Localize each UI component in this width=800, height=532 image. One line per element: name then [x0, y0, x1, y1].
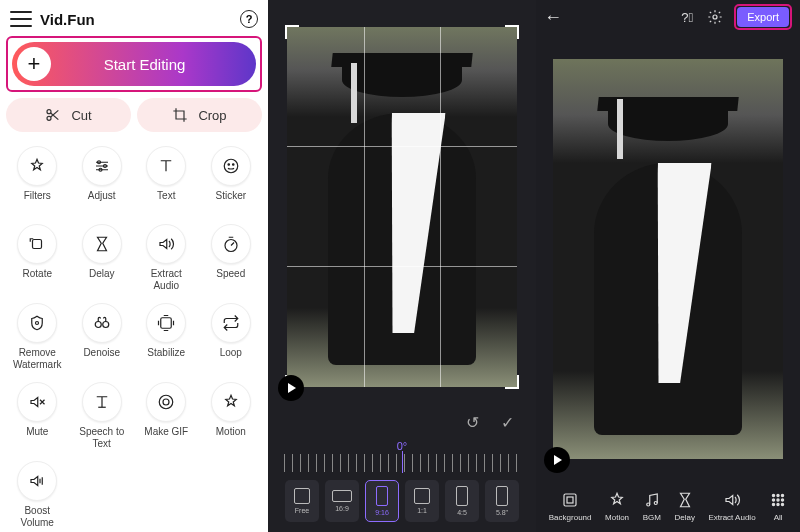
crop-frame[interactable]	[287, 27, 517, 387]
crop-handle-tl[interactable]	[285, 25, 299, 39]
svg-point-24	[773, 499, 775, 501]
aspect-16-9[interactable]: 16:9	[325, 480, 359, 522]
remove-watermark-icon	[17, 303, 57, 343]
tool-label: Denoise	[83, 347, 120, 369]
editor-tool-background[interactable]: Background	[549, 491, 592, 522]
start-editing-label: Start Editing	[51, 56, 256, 73]
menu-icon[interactable]	[10, 11, 32, 27]
confirm-icon[interactable]: ✓	[501, 413, 514, 432]
crop-button[interactable]: Crop	[137, 98, 262, 132]
rotate-icon	[17, 224, 57, 264]
rotation-ruler[interactable]	[284, 454, 520, 472]
svg-point-5	[224, 159, 238, 173]
start-editing-highlight: + Start Editing	[6, 36, 262, 92]
tool-label: Stabilize	[147, 347, 185, 369]
tool-denoise[interactable]: Denoise	[71, 299, 134, 374]
crop-handle-tr[interactable]	[505, 25, 519, 39]
aspect-apple[interactable]: 5.8"	[485, 480, 519, 522]
crop-handle-br[interactable]	[505, 375, 519, 389]
aspect-1-1[interactable]: 1:1	[405, 480, 439, 522]
scissors-icon	[45, 107, 61, 123]
tool-label: Speech toText	[79, 426, 124, 449]
tool-adjust[interactable]: Adjust	[71, 142, 134, 216]
tool-speed[interactable]: Speed	[200, 220, 263, 295]
tool-label: Rotate	[23, 268, 52, 290]
left-panel: Vid.Fun ? + Start Editing Cut Crop Filte…	[0, 0, 268, 532]
tool-boost-volume[interactable]: BoostVolume	[6, 457, 69, 532]
aspect-tiktok[interactable]: 9:16	[365, 480, 399, 522]
aspect-shape	[376, 486, 388, 506]
svg-point-11	[95, 322, 101, 328]
svg-point-0	[47, 110, 51, 114]
plus-icon: +	[17, 47, 51, 81]
aspect-shape	[332, 490, 352, 502]
tool-label: RemoveWatermark	[13, 347, 62, 370]
tool-mute[interactable]: Mute	[6, 378, 69, 453]
svg-point-7	[232, 164, 234, 166]
tool-label: Speed	[216, 268, 245, 290]
help-icon[interactable]: ?⃝	[678, 8, 696, 26]
tool-make-gif[interactable]: Make GIF	[135, 378, 198, 453]
tool-delay[interactable]: Delay	[71, 220, 134, 295]
svg-rect-8	[33, 240, 42, 249]
tool-speech-to-text[interactable]: Speech toText	[71, 378, 134, 453]
tool-label: BoostVolume	[21, 505, 54, 528]
reset-icon[interactable]: ↺	[466, 413, 479, 432]
tool-label: Filters	[24, 190, 51, 212]
text-icon	[146, 146, 186, 186]
cut-button[interactable]: Cut	[6, 98, 131, 132]
tool-extract-audio[interactable]: ExtractAudio	[135, 220, 198, 295]
aspect-shape	[456, 486, 468, 506]
speed-icon	[211, 224, 251, 264]
back-icon[interactable]: ←	[544, 7, 562, 28]
gear-icon[interactable]	[706, 8, 724, 26]
tool-label: Text	[157, 190, 175, 212]
editor-tool-delay[interactable]: Delay	[674, 491, 694, 522]
aspect-shape	[294, 488, 310, 504]
svg-point-29	[782, 503, 784, 505]
tool-remove-watermark[interactable]: RemoveWatermark	[6, 299, 69, 374]
editor-tool-all[interactable]: All	[769, 491, 787, 522]
editor-preview[interactable]	[536, 34, 800, 483]
speech-to-text-icon	[82, 382, 122, 422]
svg-point-19	[646, 503, 649, 506]
svg-point-25	[777, 499, 779, 501]
mute-icon	[17, 382, 57, 422]
all-icon	[769, 491, 787, 509]
delay-icon	[82, 224, 122, 264]
editor-tool-extract-audio[interactable]: Extract Audio	[708, 491, 755, 522]
crop-preview[interactable]	[272, 6, 532, 407]
preview-image	[342, 63, 462, 97]
play-button[interactable]	[278, 375, 304, 401]
tool-grid: FiltersAdjustTextStickerRotateDelayExtra…	[6, 142, 262, 532]
svg-point-23	[782, 494, 784, 496]
help-icon[interactable]: ?	[240, 10, 258, 28]
stabilize-icon	[146, 303, 186, 343]
motion-icon	[608, 491, 626, 509]
export-highlight: Export	[734, 4, 792, 30]
crop-panel: ↺ ✓ 0° Free16:99:161:14:55.8"	[268, 0, 536, 532]
filters-icon	[17, 146, 57, 186]
tool-stabilize[interactable]: Stabilize	[135, 299, 198, 374]
start-editing-button[interactable]: + Start Editing	[12, 42, 256, 86]
editor-tool-motion[interactable]: Motion	[605, 491, 629, 522]
tool-label: Loop	[220, 347, 242, 369]
svg-point-12	[103, 322, 109, 328]
extract-audio-icon	[723, 491, 741, 509]
aspect-ig[interactable]: 4:5	[445, 480, 479, 522]
aspect-free[interactable]: Free	[285, 480, 319, 522]
sticker-icon	[211, 146, 251, 186]
export-button[interactable]: Export	[737, 7, 789, 27]
tool-loop[interactable]: Loop	[200, 299, 263, 374]
svg-point-6	[228, 164, 230, 166]
tool-motion[interactable]: Motion	[200, 378, 263, 453]
tool-sticker[interactable]: Sticker	[200, 142, 263, 216]
tool-rotate[interactable]: Rotate	[6, 220, 69, 295]
background-icon	[561, 491, 579, 509]
make-gif-icon	[146, 382, 186, 422]
aspect-shape	[414, 488, 430, 504]
tool-filters[interactable]: Filters	[6, 142, 69, 216]
editor-tool-bgm[interactable]: BGM	[643, 491, 661, 522]
play-button[interactable]	[544, 447, 570, 473]
tool-text[interactable]: Text	[135, 142, 198, 216]
